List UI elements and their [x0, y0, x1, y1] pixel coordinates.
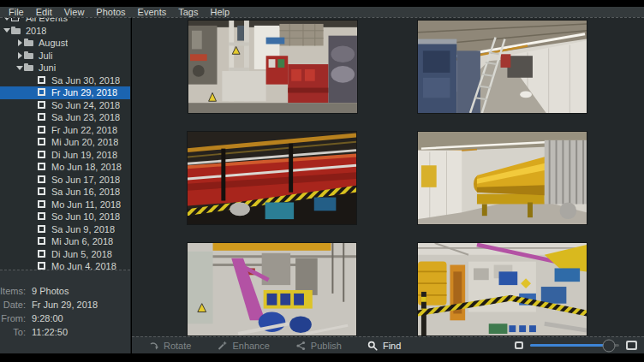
sidebar-tree-item[interactable]: So Jun 24, 2018	[0, 99, 130, 112]
sidebar-tree-item[interactable]: 2018	[0, 25, 130, 38]
sidebar-tree-item[interactable]: Sa Jun 23, 2018	[0, 111, 130, 124]
expander-icon[interactable]	[28, 223, 37, 236]
menu-item[interactable]: Tags	[172, 7, 204, 17]
info-value: 9:28:00	[32, 313, 63, 323]
sidebar-tree-item[interactable]: So Jun 10, 2018	[0, 211, 130, 223]
find-label: Find	[383, 341, 401, 351]
tree-item-label: So Jun 17, 2018	[51, 175, 120, 185]
expander-icon[interactable]	[28, 136, 37, 149]
expander-icon[interactable]	[28, 124, 37, 137]
publish-button[interactable]: Publish	[283, 337, 355, 353]
info-label: Date:	[0, 300, 26, 310]
enhance-label: Enhance	[232, 341, 269, 351]
expander-icon[interactable]	[28, 186, 37, 199]
menu-item[interactable]: View	[58, 7, 91, 17]
expander-icon[interactable]	[15, 50, 24, 62]
sidebar-tree-item[interactable]: Sa Jun 30, 2018	[0, 74, 130, 87]
expander-icon[interactable]	[3, 18, 11, 25]
event-icon	[37, 87, 48, 98]
publish-label: Publish	[311, 341, 342, 351]
expander-icon[interactable]	[28, 248, 37, 261]
thumbnail-small-icon[interactable]	[515, 341, 523, 349]
sidebar-tree-item[interactable]: Juni	[0, 62, 130, 74]
zoom-slider	[515, 341, 644, 350]
zoom-slider-fill	[530, 344, 609, 347]
thumbnail-large-icon[interactable]	[626, 341, 637, 350]
event-icon	[37, 249, 48, 259]
expander-icon[interactable]	[28, 74, 37, 87]
menu-item[interactable]: Help	[205, 7, 236, 17]
tree-item-label: Mi Jun 6, 2018	[51, 236, 113, 246]
expander-icon[interactable]	[3, 25, 11, 38]
expander-icon[interactable]	[28, 111, 37, 124]
search-icon	[367, 341, 378, 351]
info-row: From: 9:28:00	[0, 312, 130, 325]
sidebar-tree-item[interactable]: Fr Jun 29, 2018	[0, 86, 130, 99]
expander-icon[interactable]	[15, 62, 24, 74]
photo-thumbnail-5[interactable]	[187, 242, 357, 336]
menu-item[interactable]: Events	[132, 7, 173, 17]
tree-item-label: So Jun 10, 2018	[51, 211, 120, 222]
photo-thumbnail-2[interactable]	[417, 20, 587, 114]
event-icon	[37, 125, 48, 135]
info-label: From:	[0, 313, 26, 323]
info-value: 11:22:50	[32, 327, 68, 337]
sidebar-tree: All Events 2018 August Juli Juni Sa Jun …	[0, 18, 130, 270]
sidebar-tree-item[interactable]: Mi Jun 6, 2018	[0, 235, 130, 248]
zoom-slider-handle[interactable]	[602, 339, 615, 352]
folder-icon	[24, 62, 35, 73]
folder-icon	[24, 38, 35, 48]
menu-item[interactable]: Photos	[90, 7, 131, 17]
sidebar-tree-item[interactable]: Fr Jun 22, 2018	[0, 124, 130, 137]
expander-icon[interactable]	[28, 260, 37, 270]
expander-icon[interactable]	[28, 174, 37, 187]
photo-thumbnail-4[interactable]	[417, 131, 587, 225]
expander-icon[interactable]	[28, 86, 37, 99]
photo-thumbnail-3[interactable]	[187, 131, 357, 225]
event-icon	[37, 211, 48, 222]
tree-item-label: Fr Jun 22, 2018	[51, 125, 117, 135]
info-row: Items: 9 Photos	[0, 284, 130, 298]
tree-item-label: Mo Jun 11, 2018	[51, 199, 121, 210]
sidebar-tree-item[interactable]: Di Jun 19, 2018	[0, 149, 130, 162]
sidebar-tree-item[interactable]: Sa Jun 16, 2018	[0, 186, 130, 199]
sidebar: All Events 2018 August Juli Juni Sa Jun …	[0, 18, 131, 353]
enhance-button[interactable]: Enhance	[204, 337, 282, 353]
photo-thumbnail-1[interactable]	[188, 20, 358, 114]
info-row: To: 11:22:50	[0, 325, 130, 339]
sidebar-tree-item[interactable]: Mo Jun 18, 2018	[0, 161, 130, 174]
expander-icon[interactable]	[28, 99, 37, 112]
photo-grid: Rotate Enhance Publish	[132, 18, 644, 353]
expander-icon[interactable]	[28, 149, 37, 162]
tree-item-label: Juni	[39, 62, 56, 73]
sidebar-tree-item[interactable]: Mo Jun 4, 2018	[0, 260, 130, 270]
tree-item-label: Sa Jun 23, 2018	[51, 112, 120, 122]
sidebar-tree-item[interactable]: Juli	[0, 50, 130, 62]
rotate-icon	[148, 341, 158, 351]
rotate-label: Rotate	[164, 341, 191, 351]
sidebar-tree-item[interactable]: August	[0, 37, 130, 50]
event-icon	[37, 162, 48, 172]
info-value: Fr Jun 29, 2018	[32, 300, 98, 310]
event-icon	[37, 224, 48, 234]
sidebar-tree-item[interactable]: So Jun 17, 2018	[0, 174, 130, 187]
sidebar-tree-item[interactable]: All Events	[0, 18, 130, 25]
expander-icon[interactable]	[28, 199, 37, 211]
zoom-slider-track[interactable]	[530, 344, 619, 347]
sidebar-tree-item[interactable]: Mo Jun 11, 2018	[0, 199, 130, 211]
tree-item-label: Di Jun 19, 2018	[51, 150, 117, 160]
event-icon	[37, 137, 48, 147]
expander-icon[interactable]	[15, 37, 24, 50]
sidebar-tree-item[interactable]: Mi Jun 20, 2018	[0, 136, 130, 149]
photo-thumbnail-6[interactable]	[417, 242, 587, 336]
menu-item[interactable]: File	[3, 7, 30, 17]
sidebar-tree-item[interactable]: Di Jun 5, 2018	[0, 248, 130, 261]
sidebar-tree-item[interactable]: Sa Jun 9, 2018	[0, 223, 130, 236]
rotate-button[interactable]: Rotate	[135, 337, 204, 353]
expander-icon[interactable]	[28, 161, 37, 174]
find-button[interactable]: Find	[355, 337, 414, 353]
expander-icon[interactable]	[28, 211, 37, 223]
info-label: Items:	[0, 286, 26, 296]
menu-item[interactable]: Edit	[30, 7, 58, 17]
expander-icon[interactable]	[28, 235, 37, 248]
